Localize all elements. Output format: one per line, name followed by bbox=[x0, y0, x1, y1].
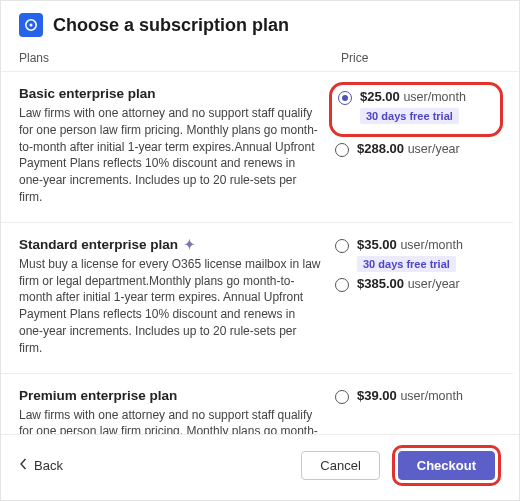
plan-prices: $25.00 user/month30 days free trial$288.… bbox=[335, 86, 495, 206]
sparkle-icon: ✦ bbox=[184, 237, 195, 252]
selected-price-highlight: $25.00 user/month30 days free trial bbox=[329, 82, 503, 137]
price-label: $25.00 user/month bbox=[360, 89, 466, 104]
radio-icon[interactable] bbox=[335, 143, 349, 157]
price-option[interactable]: $385.00 user/year bbox=[335, 276, 495, 292]
app-icon bbox=[19, 13, 43, 37]
plan-block: Standard enterprise plan✦Must buy a lice… bbox=[1, 223, 513, 374]
price-option[interactable]: $288.00 user/year bbox=[335, 141, 495, 157]
plan-description: Must buy a license for every O365 licens… bbox=[19, 256, 321, 357]
price-label: $35.00 user/month bbox=[357, 237, 463, 252]
price-label: $385.00 user/year bbox=[357, 276, 460, 291]
plan-description: Law firms with one attorney and no suppo… bbox=[19, 105, 321, 206]
plan-name: Basic enterprise plan bbox=[19, 86, 321, 101]
price-label: $39.00 user/month bbox=[357, 388, 463, 403]
dialog-title: Choose a subscription plan bbox=[53, 15, 289, 36]
plan-name: Standard enterprise plan✦ bbox=[19, 237, 321, 252]
plan-name: Premium enterprise plan bbox=[19, 388, 321, 403]
price-label: $288.00 user/year bbox=[357, 141, 460, 156]
radio-icon[interactable] bbox=[335, 239, 349, 253]
checkout-highlight: Checkout bbox=[392, 445, 501, 486]
price-option[interactable]: $39.00 user/month bbox=[335, 388, 495, 404]
checkout-button[interactable]: Checkout bbox=[398, 451, 495, 480]
radio-icon[interactable] bbox=[335, 390, 349, 404]
plan-info: Standard enterprise plan✦Must buy a lice… bbox=[19, 237, 321, 357]
cancel-button[interactable]: Cancel bbox=[301, 451, 379, 480]
plan-info: Basic enterprise planLaw firms with one … bbox=[19, 86, 321, 206]
svg-point-1 bbox=[30, 24, 33, 27]
price-option[interactable]: $25.00 user/month30 days free trial bbox=[338, 89, 492, 124]
dialog-footer: Back Cancel Checkout bbox=[1, 434, 519, 500]
plan-block: Basic enterprise planLaw firms with one … bbox=[1, 72, 513, 223]
back-label: Back bbox=[34, 458, 63, 473]
plan-prices: $35.00 user/month30 days free trial$385.… bbox=[335, 237, 495, 357]
dialog-header: Choose a subscription plan bbox=[1, 1, 519, 41]
price-option[interactable]: $35.00 user/month30 days free trial bbox=[335, 237, 495, 272]
radio-icon[interactable] bbox=[338, 91, 352, 105]
trial-badge: 30 days free trial bbox=[360, 108, 459, 124]
subscription-panel: Choose a subscription plan Plans Price B… bbox=[0, 0, 520, 501]
radio-icon[interactable] bbox=[335, 278, 349, 292]
plan-block: Premium enterprise planLaw firms with on… bbox=[1, 374, 513, 434]
plan-info: Premium enterprise planLaw firms with on… bbox=[19, 388, 321, 434]
column-price-header: Price bbox=[341, 51, 501, 65]
column-plan-header: Plans bbox=[19, 51, 341, 65]
trial-badge: 30 days free trial bbox=[357, 256, 456, 272]
column-headers: Plans Price bbox=[1, 41, 519, 72]
plan-prices: $39.00 user/month bbox=[335, 388, 495, 434]
back-button[interactable]: Back bbox=[19, 458, 63, 473]
plans-scroll[interactable]: Basic enterprise planLaw firms with one … bbox=[1, 72, 519, 434]
chevron-left-icon bbox=[19, 458, 28, 473]
plan-description: Law firms with one attorney and no suppo… bbox=[19, 407, 321, 434]
